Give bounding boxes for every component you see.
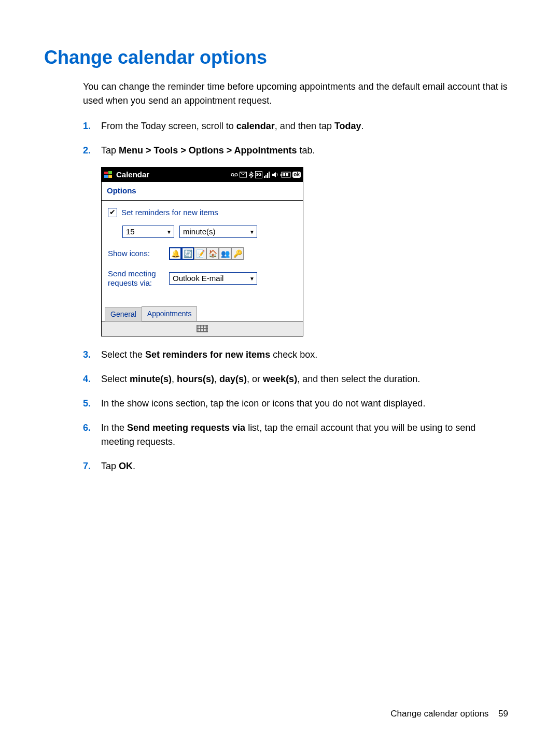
step-bold: Menu > Tools > Options > Appointments: [119, 145, 297, 156]
svg-rect-3: [108, 175, 112, 178]
step-text: ,: [172, 374, 177, 384]
device-screenshot: Calendar 3G: [101, 167, 303, 336]
svg-rect-16: [286, 173, 287, 176]
svg-point-4: [231, 174, 234, 176]
attendees-icon[interactable]: 👥: [219, 247, 231, 260]
step-text: check box.: [270, 349, 317, 360]
send-requests-label: Send meeting requests via:: [108, 269, 160, 288]
bluetooth-icon: [248, 171, 254, 178]
step-5: 5. In the show icons section, tap the ic…: [83, 397, 508, 411]
page-heading: Change calendar options: [44, 47, 508, 68]
step-text: ,: [214, 374, 219, 384]
step-6: 6. In the Send meeting requests via list…: [83, 421, 508, 449]
reminder-value: 15: [123, 226, 164, 238]
step-bold: Send meeting requests via: [127, 423, 245, 433]
chevron-down-icon: ▼: [247, 275, 257, 283]
step-text: Tap: [101, 145, 119, 156]
options-panel: ✔ Set reminders for new items 15 ▼ minut…: [102, 201, 303, 299]
step-bold: day(s): [219, 374, 247, 384]
step-text: Tap: [101, 461, 119, 471]
recurrence-icon[interactable]: 🔄: [181, 247, 194, 260]
set-reminders-checkbox[interactable]: ✔: [108, 208, 117, 217]
footer-label: Change calendar options: [390, 709, 488, 719]
step-text: , or: [247, 374, 263, 384]
mail-icon: [240, 172, 247, 178]
step-text: Select the: [101, 349, 145, 360]
bottom-bar: [102, 321, 303, 336]
step-1: 1. From the Today screen, scroll to cale…: [83, 119, 508, 133]
signal-icon: [264, 172, 270, 178]
step-bold: OK: [119, 461, 133, 471]
reminder-unit-dropdown[interactable]: minute(s) ▼: [179, 226, 257, 238]
step-text: Select: [101, 374, 130, 384]
svg-rect-2: [104, 175, 108, 178]
chevron-down-icon: ▼: [164, 228, 174, 236]
tab-general[interactable]: General: [105, 307, 142, 321]
step-number: 3.: [83, 348, 91, 362]
network-3g-icon: 3G: [255, 171, 263, 178]
private-icon[interactable]: 🔑: [231, 247, 244, 260]
svg-rect-15: [284, 173, 285, 176]
reminder-value-dropdown[interactable]: 15 ▼: [122, 226, 174, 238]
voicemail-icon: [231, 172, 238, 177]
step-text: In the show icons section, tap the icon …: [101, 398, 425, 409]
svg-rect-8: [264, 176, 265, 178]
show-icons-label: Show icons:: [108, 248, 160, 260]
step-text: From the Today screen, scroll to: [101, 121, 236, 131]
step-bold: minute(s): [130, 374, 172, 384]
step-bold: Set reminders for new items: [145, 349, 270, 360]
svg-rect-17: [287, 173, 288, 176]
windows-logo-icon: [104, 170, 113, 179]
battery-icon: [281, 172, 291, 178]
step-text: tab.: [297, 145, 315, 156]
step-3: 3. Select the Set reminders for new item…: [83, 348, 508, 362]
svg-rect-9: [265, 175, 267, 178]
page-footer: Change calendar options 59: [390, 709, 508, 719]
step-bold: Today: [334, 121, 361, 131]
chevron-down-icon: ▼: [247, 228, 257, 236]
reminder-bell-icon[interactable]: 🔔: [169, 247, 181, 260]
ok-button[interactable]: ok: [292, 172, 301, 178]
titlebar: Calendar 3G: [102, 167, 303, 182]
tab-appointments[interactable]: Appointments: [142, 306, 198, 321]
svg-point-5: [235, 174, 237, 176]
icon-strip: 🔔 🔄 📝 🏠 👥 🔑: [169, 247, 244, 260]
svg-rect-10: [267, 173, 268, 178]
tabs: General Appointments: [102, 299, 303, 321]
step-text: In the: [101, 423, 127, 433]
step-number: 7.: [83, 459, 91, 473]
location-icon[interactable]: 🏠: [206, 247, 219, 260]
svg-rect-0: [104, 172, 108, 174]
intro-paragraph: You can change the reminder time before …: [83, 80, 508, 108]
step-bold: calendar: [236, 121, 275, 131]
send-requests-dropdown[interactable]: Outlook E-mail ▼: [169, 272, 257, 285]
step-number: 5.: [83, 397, 91, 411]
step-number: 4.: [83, 372, 91, 386]
set-reminders-label: Set reminders for new items: [121, 207, 218, 219]
step-4: 4. Select minute(s), hours(s), day(s), o…: [83, 372, 508, 386]
step-text: .: [133, 461, 135, 471]
page-number: 59: [498, 709, 508, 719]
svg-rect-14: [283, 173, 284, 176]
note-icon[interactable]: 📝: [194, 247, 206, 260]
keyboard-icon[interactable]: [197, 325, 208, 332]
step-text: .: [361, 121, 364, 131]
reminder-unit: minute(s): [180, 226, 247, 238]
send-requests-value: Outlook E-mail: [170, 273, 247, 285]
svg-rect-11: [269, 172, 270, 178]
step-2: 2. Tap Menu > Tools > Options > Appointm…: [83, 144, 508, 336]
step-text: , and then select the duration.: [297, 374, 420, 384]
titlebar-title: Calendar: [116, 169, 228, 181]
step-bold: hours(s): [177, 374, 214, 384]
step-number: 6.: [83, 421, 91, 435]
step-text: , and then tap: [275, 121, 334, 131]
speaker-icon: [272, 172, 279, 178]
status-icons: 3G ok: [231, 171, 301, 178]
panel-subheader: Options: [102, 182, 303, 201]
step-number: 2.: [83, 144, 91, 158]
svg-rect-1: [108, 171, 112, 174]
step-number: 1.: [83, 119, 91, 133]
step-7: 7. Tap OK.: [83, 459, 508, 473]
step-bold: week(s): [263, 374, 297, 384]
